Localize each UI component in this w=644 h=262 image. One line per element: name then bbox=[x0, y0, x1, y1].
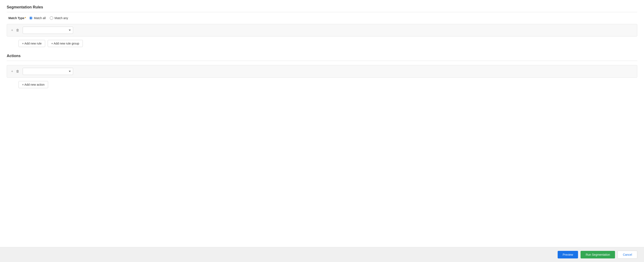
radio-match-all-label: Match all bbox=[34, 16, 46, 20]
rule-dropdown[interactable] bbox=[23, 27, 73, 34]
plus-icon: + bbox=[11, 28, 13, 32]
match-type-text: Match Type bbox=[8, 16, 24, 20]
page-container: Segmentation Rules Match Type* Match all… bbox=[0, 0, 644, 262]
radio-match-all[interactable] bbox=[29, 16, 32, 20]
match-type-label: Match Type* bbox=[8, 16, 26, 20]
add-new-rule-group-label: + Add new rule group bbox=[51, 42, 79, 45]
cancel-label: Cancel bbox=[623, 253, 632, 256]
match-type-row: Match Type* Match all Match any bbox=[7, 16, 637, 20]
rule-group-row: + 🗑 bbox=[7, 24, 637, 36]
add-new-rule-label: + Add new rule bbox=[22, 42, 42, 45]
radio-option-all[interactable]: Match all bbox=[29, 16, 46, 20]
plus-icon-action: + bbox=[11, 69, 13, 73]
add-rule-icon-button[interactable]: + bbox=[10, 28, 14, 32]
radio-match-any[interactable] bbox=[50, 16, 53, 20]
segmentation-section-title: Segmentation Rules bbox=[7, 5, 637, 12]
trash-icon-action: 🗑 bbox=[16, 69, 19, 73]
action-group-row: + 🗑 bbox=[7, 65, 637, 78]
delete-rule-icon-button[interactable]: 🗑 bbox=[15, 28, 20, 32]
radio-option-any[interactable]: Match any bbox=[50, 16, 68, 20]
add-action-icon-button[interactable]: + bbox=[10, 69, 14, 74]
add-new-action-label: + Add new action bbox=[22, 83, 44, 86]
preview-button[interactable]: Preview bbox=[558, 251, 578, 259]
trash-icon: 🗑 bbox=[16, 28, 19, 32]
add-new-rule-button[interactable]: + Add new rule bbox=[18, 40, 45, 47]
required-star: * bbox=[25, 16, 26, 20]
action-icons: + 🗑 bbox=[10, 69, 20, 74]
radio-match-any-label: Match any bbox=[54, 16, 68, 20]
main-content: Segmentation Rules Match Type* Match all… bbox=[0, 0, 644, 247]
preview-label: Preview bbox=[563, 253, 573, 256]
run-label: Run Segmentation bbox=[586, 253, 610, 256]
add-new-rule-group-button[interactable]: + Add new rule group bbox=[48, 40, 83, 47]
actions-section-title: Actions bbox=[7, 54, 637, 61]
run-segmentation-button[interactable]: Run Segmentation bbox=[580, 251, 615, 259]
add-new-action-button[interactable]: + Add new action bbox=[18, 81, 48, 88]
match-type-radio-group: Match all Match any bbox=[29, 16, 68, 20]
delete-action-icon-button[interactable]: 🗑 bbox=[15, 69, 20, 74]
footer-bar: Preview Run Segmentation Cancel bbox=[0, 247, 644, 262]
add-rule-buttons-row: + Add new rule + Add new rule group bbox=[18, 40, 637, 47]
action-dropdown[interactable] bbox=[23, 68, 73, 75]
cancel-button[interactable]: Cancel bbox=[618, 251, 637, 259]
rule-icons: + 🗑 bbox=[10, 28, 20, 32]
add-action-buttons-row: + Add new action bbox=[18, 81, 637, 88]
